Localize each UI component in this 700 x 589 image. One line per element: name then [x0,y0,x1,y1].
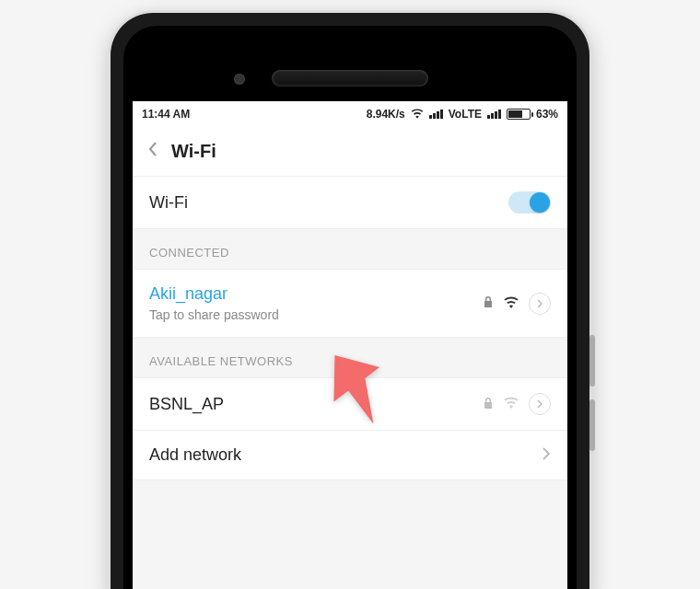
phone-frame: 11:44 AM 8.94K/s VoLTE 63% [111,13,589,589]
section-header-connected: CONNECTED [133,229,567,270]
connected-hint: Tap to share password [149,307,279,322]
wifi-toggle-switch[interactable] [508,191,551,214]
front-camera [234,74,245,85]
earpiece-speaker [272,70,428,87]
phone-side-button [589,335,595,387]
screen: 11:44 AM 8.94K/s VoLTE 63% [133,101,567,589]
status-bar: 11:44 AM 8.94K/s VoLTE 63% [133,101,567,127]
annotation-arrow-icon [321,350,395,423]
signal-icon [487,110,501,119]
wifi-toggle-label: Wi-Fi [149,193,188,213]
wifi-signal-icon [503,295,519,312]
status-net-speed: 8.94K/s [367,108,405,121]
connected-network-row[interactable]: Akii_nagar Tap to share password [133,270,567,338]
available-ssid: BSNL_AP [149,395,224,414]
status-time: 11:44 AM [142,108,190,121]
phone-side-button [589,399,595,451]
status-battery-pct: 63% [536,108,558,121]
chevron-right-icon [542,447,551,464]
page-header: Wi-Fi [133,127,567,177]
lock-icon [483,295,494,311]
phone-bezel: 11:44 AM 8.94K/s VoLTE 63% [123,26,577,589]
wifi-icon [411,108,424,121]
back-button[interactable] [147,141,158,162]
add-network-label: Add network [149,445,241,465]
wifi-toggle-row[interactable]: Wi-Fi [133,177,567,229]
network-details-button[interactable] [529,293,551,315]
page-title: Wi-Fi [171,141,216,162]
network-details-button[interactable] [529,393,551,415]
wifi-signal-icon [503,396,519,412]
lock-icon [483,397,494,412]
signal-icon [429,110,443,119]
status-volte: VoLTE [449,108,482,121]
connected-ssid: Akii_nagar [149,284,279,304]
add-network-row[interactable]: Add network [133,431,567,480]
battery-icon [507,109,531,120]
